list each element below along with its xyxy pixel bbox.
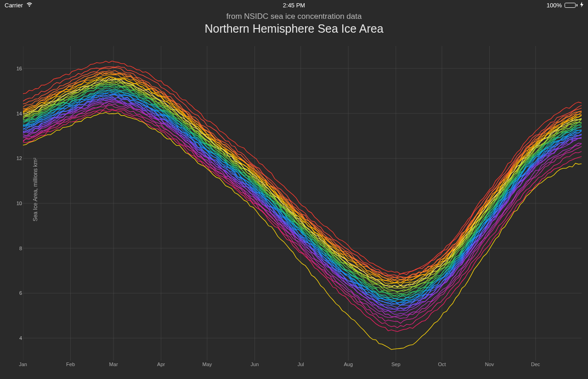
clock-label: 2:45 PM [283, 2, 305, 9]
series-line [23, 79, 582, 287]
y-tick: 6 [19, 290, 22, 296]
x-tick: Apr [157, 362, 165, 367]
series-line [23, 94, 582, 305]
wifi-icon [26, 2, 33, 9]
x-tick: Mar [109, 362, 118, 367]
x-axis-ticks: JanFebMarAprMayJunJulAugSepOctNovDec [23, 362, 582, 371]
y-tick: 8 [19, 246, 22, 251]
series-group [23, 61, 582, 350]
carrier-label: Carrier [5, 2, 23, 9]
x-tick: Oct [438, 362, 446, 367]
x-tick: Jan [19, 362, 27, 367]
x-tick: Feb [66, 362, 75, 367]
y-tick: 16 [17, 66, 22, 71]
y-tick: 10 [17, 201, 22, 206]
chart-header: from NSIDC sea ice concentration data No… [0, 12, 588, 35]
series-line [23, 81, 582, 288]
x-tick: Jun [251, 362, 259, 367]
battery-icon [565, 3, 577, 8]
y-tick: 14 [17, 111, 22, 116]
x-tick: Sep [391, 362, 401, 367]
y-tick: 12 [17, 155, 22, 161]
series-line [23, 93, 582, 303]
series-line [23, 108, 582, 328]
series-line [23, 77, 582, 283]
series-line [23, 99, 582, 310]
series-line [23, 94, 582, 305]
y-tick: 4 [19, 335, 22, 341]
x-tick: Nov [485, 362, 494, 367]
status-left: Carrier [5, 2, 33, 9]
x-tick: Jul [298, 362, 304, 367]
status-bar: Carrier 2:45 PM 100% [0, 0, 588, 10]
chart-area: 46810121416 JanFebMarAprMayJunJulAugSepO… [23, 46, 582, 361]
y-axis-ticks: 46810121416 [13, 46, 22, 361]
charging-icon [580, 2, 583, 9]
chart-title: Northern Hemisphere Sea Ice Area [0, 22, 588, 35]
series-line [23, 102, 582, 315]
series-line [23, 70, 582, 278]
plot-svg [23, 46, 582, 361]
series-line [23, 79, 582, 287]
x-tick: Dec [531, 362, 540, 367]
x-tick: Aug [344, 362, 353, 367]
status-time: 2:45 PM [283, 2, 305, 9]
series-line [23, 68, 582, 278]
battery-pct-label: 100% [547, 2, 562, 9]
x-tick: May [202, 362, 212, 367]
status-right: 100% [547, 2, 583, 9]
chart-subtitle: from NSIDC sea ice concentration data [0, 12, 588, 21]
